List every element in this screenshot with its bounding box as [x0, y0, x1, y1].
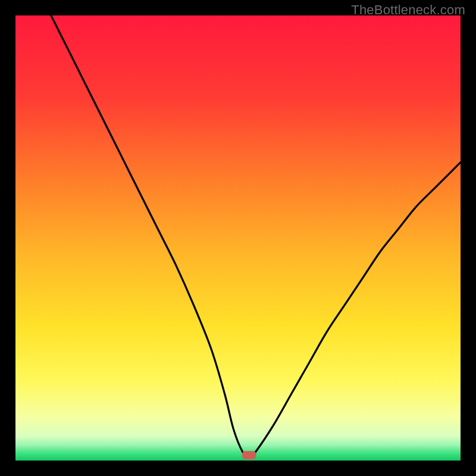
bottleneck-marker [242, 451, 256, 459]
chart-area [15, 15, 461, 461]
bottleneck-chart [15, 15, 461, 461]
gradient-background [15, 15, 461, 461]
